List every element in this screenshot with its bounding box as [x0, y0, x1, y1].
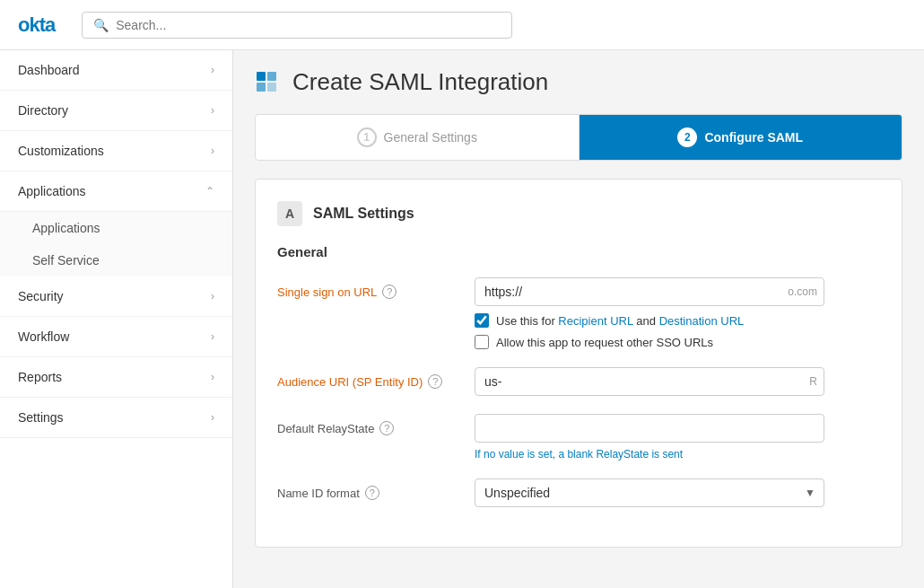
sidebar-item-label: Applications: [18, 184, 86, 198]
wizard-step-general-settings[interactable]: 1 General Settings: [256, 115, 580, 160]
help-icon-sso-url[interactable]: ?: [382, 285, 397, 299]
audience-uri-suffix: R: [809, 375, 817, 388]
sso-url-input[interactable]: [475, 277, 824, 306]
chevron-down-icon: ›: [211, 64, 214, 76]
step-number-1: 1: [357, 127, 377, 147]
search-bar: 🔍: [82, 12, 512, 39]
form-control-audience-uri: R: [475, 367, 880, 396]
step-number-2: 2: [677, 127, 697, 147]
sidebar-item-workflow[interactable]: Workflow ›: [0, 317, 232, 357]
form-row-name-id-format: Name ID format ? Unspecified EmailAddres…: [277, 478, 880, 507]
help-icon-relay-state[interactable]: ?: [379, 421, 394, 435]
sidebar-item-directory[interactable]: Directory ›: [0, 91, 232, 131]
sidebar-item-label: Workflow: [18, 329, 69, 344]
other-sso-checkbox[interactable]: [475, 335, 489, 349]
wizard-step-configure-saml[interactable]: 2 Configure SAML: [580, 115, 902, 160]
search-icon: 🔍: [93, 18, 109, 32]
svg-rect-1: [267, 72, 276, 81]
settings-card: A SAML Settings General Single sign on U…: [255, 179, 902, 548]
sidebar: Dashboard › Directory › Customizations ›…: [0, 50, 233, 588]
sidebar-sub-item-label: Self Service: [32, 253, 100, 268]
chevron-down-icon: ›: [211, 104, 214, 117]
sidebar-sub-item-applications[interactable]: Applications: [0, 212, 232, 244]
other-sso-checkbox-row: Allow this app to request other SSO URLs: [475, 335, 880, 349]
chevron-down-icon: ›: [211, 330, 214, 343]
page-title: Create SAML Integration: [255, 68, 902, 96]
sidebar-item-applications[interactable]: Applications ⌃: [0, 171, 232, 212]
chevron-down-icon: ›: [211, 145, 214, 157]
chevron-down-icon: ›: [211, 411, 214, 424]
form-control-sso-url: o.com Use this for Recipient URL and Des…: [475, 277, 880, 349]
sidebar-item-label: Dashboard: [18, 63, 80, 77]
relay-state-input[interactable]: [475, 414, 824, 443]
name-id-format-select-wrap: Unspecified EmailAddress Persistent Tran…: [475, 478, 824, 507]
label-relay-state: Default RelayState ?: [277, 414, 475, 435]
label-name-id-format: Name ID format ?: [277, 478, 475, 500]
sidebar-item-dashboard[interactable]: Dashboard ›: [0, 50, 232, 91]
form-row-relay-state: Default RelayState ? If no value is set,…: [277, 414, 880, 461]
sidebar-item-label: Reports: [18, 370, 62, 384]
help-icon-audience-uri[interactable]: ?: [428, 374, 442, 389]
sidebar-item-reports[interactable]: Reports ›: [0, 357, 232, 398]
form-control-name-id-format: Unspecified EmailAddress Persistent Tran…: [475, 478, 880, 507]
saml-icon: [255, 69, 285, 94]
step-label-1: General Settings: [384, 130, 477, 145]
chevron-down-icon: ›: [211, 290, 214, 303]
content-area: Create SAML Integration 1 General Settin…: [233, 50, 924, 588]
recipient-url-label: Use this for Recipient URL and Destinati…: [496, 314, 744, 328]
sidebar-item-settings[interactable]: Settings ›: [0, 398, 232, 438]
chevron-up-icon: ⌃: [205, 185, 214, 197]
svg-rect-3: [267, 83, 276, 92]
okta-logo: okta: [18, 13, 55, 37]
main-layout: Dashboard › Directory › Customizations ›…: [0, 50, 924, 588]
recipient-url-checkbox[interactable]: [475, 313, 489, 328]
sidebar-item-customizations[interactable]: Customizations ›: [0, 131, 232, 171]
svg-rect-0: [257, 72, 266, 81]
sidebar-item-label: Customizations: [18, 144, 104, 158]
svg-rect-2: [257, 83, 266, 92]
sidebar-item-label: Settings: [18, 410, 64, 425]
section-title: SAML Settings: [313, 206, 414, 222]
recipient-url-checkbox-row: Use this for Recipient URL and Destinati…: [475, 313, 880, 328]
section-letter: A: [277, 201, 302, 226]
help-icon-name-id-format[interactable]: ?: [365, 486, 379, 500]
top-nav: okta 🔍: [0, 0, 924, 50]
name-id-format-select[interactable]: Unspecified EmailAddress Persistent Tran…: [475, 478, 824, 507]
label-sso-url: Single sign on URL ?: [277, 277, 475, 299]
audience-uri-input[interactable]: [475, 367, 824, 396]
search-input[interactable]: [116, 18, 501, 32]
other-sso-label: Allow this app to request other SSO URLs: [496, 336, 713, 349]
section-header: A SAML Settings: [277, 201, 880, 226]
page-title-text: Create SAML Integration: [292, 68, 548, 96]
sso-url-suffix: o.com: [788, 285, 817, 298]
step-label-2: Configure SAML: [704, 130, 803, 145]
chevron-down-icon: ›: [211, 371, 214, 383]
label-audience-uri: Audience URI (SP Entity ID) ?: [277, 367, 475, 389]
relay-state-hint: If no value is set, a blank RelayState i…: [475, 448, 880, 461]
sidebar-item-label: Directory: [18, 103, 68, 118]
sidebar-item-label: Security: [18, 289, 64, 303]
sidebar-item-security[interactable]: Security ›: [0, 276, 232, 317]
form-control-relay-state: If no value is set, a blank RelayState i…: [475, 414, 880, 461]
form-row-audience-uri: Audience URI (SP Entity ID) ? R: [277, 367, 880, 396]
sidebar-sub-item-self-service[interactable]: Self Service: [0, 244, 232, 276]
subsection-title: General: [277, 244, 880, 259]
wizard-steps: 1 General Settings 2 Configure SAML: [255, 114, 902, 161]
form-row-sso-url: Single sign on URL ? o.com Use this for …: [277, 277, 880, 349]
sidebar-sub-item-label: Applications: [32, 221, 100, 235]
